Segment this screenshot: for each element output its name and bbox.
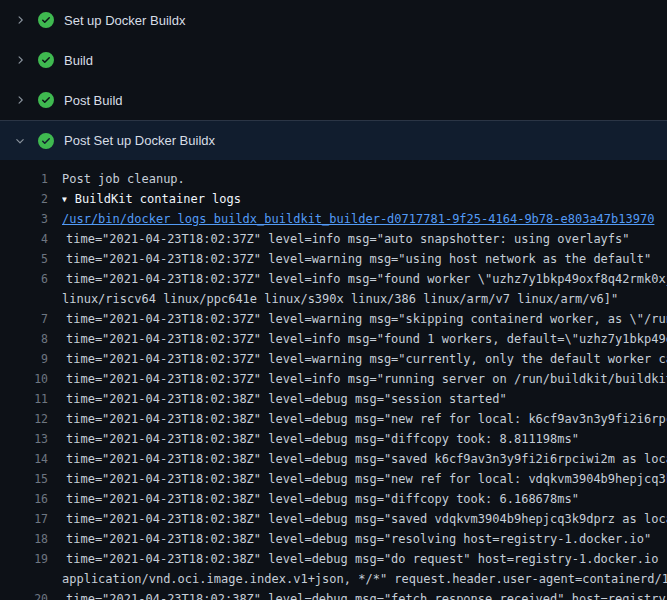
line-number[interactable]: 3 xyxy=(0,209,48,229)
line-number[interactable]: 7 xyxy=(0,309,48,329)
log-line: 9time="2021-04-23T18:02:37Z" level=warni… xyxy=(0,349,667,369)
check-circle-icon xyxy=(38,92,54,108)
log-text: time="2021-04-23T18:02:37Z" level=info m… xyxy=(62,329,667,349)
log-text: application/vnd.oci.image.index.v1+json,… xyxy=(62,569,667,589)
log-text: time="2021-04-23T18:02:37Z" level=info m… xyxy=(62,269,667,289)
log-text: linux/riscv64 linux/ppc641e linux/s390x … xyxy=(62,289,667,309)
line-number[interactable]: 2 xyxy=(0,189,48,209)
step-row-post-set-up-docker-buildx[interactable]: Post Set up Docker Buildx xyxy=(0,120,667,160)
line-number[interactable]: 19 xyxy=(0,549,48,569)
log-command-text: /usr/bin/docker logs buildx_buildkit_bui… xyxy=(62,209,667,229)
step-label: Build xyxy=(64,53,93,68)
log-text: time="2021-04-23T18:02:38Z" level=debug … xyxy=(62,529,667,549)
log-text: time="2021-04-23T18:02:37Z" level=warnin… xyxy=(62,249,667,269)
step-label: Post Set up Docker Buildx xyxy=(64,133,215,148)
log-line: 16time="2021-04-23T18:02:38Z" level=debu… xyxy=(0,489,667,509)
log-group-title-text: BuildKit container logs xyxy=(75,192,241,206)
chevron-right-icon[interactable] xyxy=(12,52,28,68)
workflow-log-viewer: Set up Docker Buildx Build Post Build Po… xyxy=(0,0,667,600)
log-text: time="2021-04-23T18:02:37Z" level=info m… xyxy=(62,369,667,389)
log-line: linux/riscv64 linux/ppc641e linux/s390x … xyxy=(0,289,667,309)
log-text: time="2021-04-23T18:02:38Z" level=debug … xyxy=(62,589,667,600)
step-row-build[interactable]: Build xyxy=(0,40,667,80)
line-number[interactable]: 18 xyxy=(0,529,48,549)
log-line: 6time="2021-04-23T18:02:37Z" level=info … xyxy=(0,269,667,289)
check-circle-icon xyxy=(38,133,54,149)
line-number[interactable]: 4 xyxy=(0,229,48,249)
log-text: time="2021-04-23T18:02:37Z" level=info m… xyxy=(62,229,667,249)
line-number[interactable]: 6 xyxy=(0,269,48,289)
log-text: time="2021-04-23T18:02:38Z" level=debug … xyxy=(62,549,667,569)
line-number[interactable]: 8 xyxy=(0,329,48,349)
line-number[interactable]: 11 xyxy=(0,389,48,409)
log-line: 10time="2021-04-23T18:02:37Z" level=info… xyxy=(0,369,667,389)
line-number[interactable]: 17 xyxy=(0,509,48,529)
line-number[interactable]: 1 xyxy=(0,169,48,189)
log-line: 1Post job cleanup. xyxy=(0,169,667,189)
line-number[interactable]: 20 xyxy=(0,589,48,600)
log-text: time="2021-04-23T18:02:38Z" level=debug … xyxy=(62,429,667,449)
log-line: 12time="2021-04-23T18:02:38Z" level=debu… xyxy=(0,409,667,429)
log-line: 14time="2021-04-23T18:02:38Z" level=debu… xyxy=(0,449,667,469)
line-number[interactable]: 10 xyxy=(0,369,48,389)
log-text: time="2021-04-23T18:02:38Z" level=debug … xyxy=(62,409,667,429)
step-label: Set up Docker Buildx xyxy=(64,13,185,28)
chevron-down-icon[interactable] xyxy=(12,133,28,149)
log-line: 8time="2021-04-23T18:02:37Z" level=info … xyxy=(0,329,667,349)
step-label: Post Build xyxy=(64,93,123,108)
log-line: 20time="2021-04-23T18:02:38Z" level=debu… xyxy=(0,589,667,600)
line-number[interactable]: 14 xyxy=(0,449,48,469)
log-line: 17time="2021-04-23T18:02:38Z" level=debu… xyxy=(0,509,667,529)
step-row-post-build[interactable]: Post Build xyxy=(0,80,667,120)
check-circle-icon xyxy=(38,12,54,28)
log-line: 11time="2021-04-23T18:02:38Z" level=debu… xyxy=(0,389,667,409)
log-line: application/vnd.oci.image.index.v1+json,… xyxy=(0,569,667,589)
line-number[interactable]: 9 xyxy=(0,349,48,369)
log-line: 15time="2021-04-23T18:02:38Z" level=debu… xyxy=(0,469,667,489)
log-text: Post job cleanup. xyxy=(62,169,667,189)
log-text: time="2021-04-23T18:02:38Z" level=debug … xyxy=(62,489,667,509)
log-line: 7time="2021-04-23T18:02:37Z" level=warni… xyxy=(0,309,667,329)
log-line[interactable]: 2▼BuildKit container logs xyxy=(0,189,667,209)
group-toggle-arrow-icon[interactable]: ▼ xyxy=(62,190,67,209)
line-number[interactable]: 16 xyxy=(0,489,48,509)
line-number[interactable]: 15 xyxy=(0,469,48,489)
line-number xyxy=(0,569,48,589)
line-number[interactable]: 13 xyxy=(0,429,48,449)
chevron-right-icon[interactable] xyxy=(12,12,28,28)
line-number xyxy=(0,289,48,309)
log-text: time="2021-04-23T18:02:37Z" level=warnin… xyxy=(62,349,667,369)
log-line: 19time="2021-04-23T18:02:38Z" level=debu… xyxy=(0,549,667,569)
log-line[interactable]: 3/usr/bin/docker logs buildx_buildkit_bu… xyxy=(0,209,667,229)
log-text: time="2021-04-23T18:02:38Z" level=debug … xyxy=(62,509,667,529)
step-row-set-up-docker-buildx[interactable]: Set up Docker Buildx xyxy=(0,0,667,40)
check-circle-icon xyxy=(38,52,54,68)
log-text: time="2021-04-23T18:02:38Z" level=debug … xyxy=(62,449,667,469)
log-text: time="2021-04-23T18:02:38Z" level=debug … xyxy=(62,389,667,409)
log-line: 5time="2021-04-23T18:02:37Z" level=warni… xyxy=(0,249,667,269)
log-text: time="2021-04-23T18:02:38Z" level=debug … xyxy=(62,469,667,489)
log-line: 13time="2021-04-23T18:02:38Z" level=debu… xyxy=(0,429,667,449)
log-line: 4time="2021-04-23T18:02:37Z" level=info … xyxy=(0,229,667,249)
chevron-right-icon[interactable] xyxy=(12,92,28,108)
log-area: 1Post job cleanup.2▼BuildKit container l… xyxy=(0,160,667,600)
line-number[interactable]: 12 xyxy=(0,409,48,429)
log-text: time="2021-04-23T18:02:37Z" level=warnin… xyxy=(62,309,667,329)
log-line: 18time="2021-04-23T18:02:38Z" level=debu… xyxy=(0,529,667,549)
log-group-title: ▼BuildKit container logs xyxy=(62,189,667,209)
line-number[interactable]: 5 xyxy=(0,249,48,269)
